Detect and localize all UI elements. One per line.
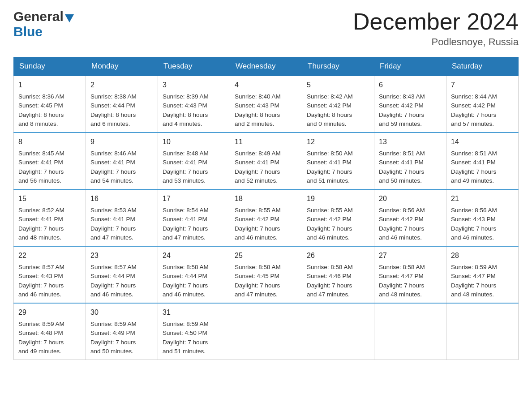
day-number: 12	[307, 137, 369, 147]
table-row	[302, 303, 374, 360]
daylight-minutes: and 6 minutes.	[90, 120, 130, 127]
sunset-text: Sunset: 4:41 PM	[18, 216, 63, 223]
day-number: 11	[235, 137, 297, 147]
table-row: 15 Sunrise: 8:52 AM Sunset: 4:41 PM Dayl…	[14, 189, 86, 246]
daylight-minutes: and 47 minutes.	[90, 234, 133, 241]
sunrise-text: Sunrise: 8:59 AM	[18, 321, 64, 327]
daylight-text: Daylight: 7 hours	[451, 111, 496, 118]
day-number: 31	[163, 307, 225, 318]
sunset-text: Sunset: 4:48 PM	[18, 330, 63, 336]
daylight-minutes: and 51 minutes.	[307, 177, 350, 184]
calendar-week-row: 15 Sunrise: 8:52 AM Sunset: 4:41 PM Dayl…	[14, 189, 519, 246]
daylight-text: Daylight: 7 hours	[18, 282, 64, 289]
sunset-text: Sunset: 4:41 PM	[18, 159, 63, 166]
day-number: 21	[451, 193, 514, 204]
daylight-text: Daylight: 8 hours	[307, 111, 352, 118]
sunrise-text: Sunrise: 8:40 AM	[235, 93, 281, 100]
daylight-text: Daylight: 7 hours	[90, 282, 136, 289]
sunrise-text: Sunrise: 8:55 AM	[235, 207, 281, 214]
calendar-week-row: 22 Sunrise: 8:57 AM Sunset: 4:43 PM Dayl…	[14, 246, 519, 303]
table-row: 21 Sunrise: 8:56 AM Sunset: 4:43 PM Dayl…	[446, 189, 519, 246]
daylight-text: Daylight: 8 hours	[163, 111, 208, 118]
daylight-text: Daylight: 7 hours	[235, 168, 280, 175]
sunrise-text: Sunrise: 8:39 AM	[163, 93, 209, 100]
day-number: 28	[451, 250, 514, 261]
daylight-text: Daylight: 8 hours	[18, 111, 64, 118]
title-section: December 2024 Podlesnoye, Russia	[353, 9, 519, 48]
sunrise-text: Sunrise: 8:56 AM	[451, 207, 497, 214]
table-row: 9 Sunrise: 8:46 AM Sunset: 4:41 PM Dayli…	[86, 133, 158, 189]
day-number: 26	[307, 250, 369, 261]
calendar-week-row: 29 Sunrise: 8:59 AM Sunset: 4:48 PM Dayl…	[14, 303, 519, 360]
daylight-minutes: and 46 minutes.	[307, 234, 350, 241]
daylight-minutes: and 48 minutes.	[18, 234, 61, 241]
daylight-text: Daylight: 7 hours	[379, 111, 424, 118]
day-number: 8	[18, 137, 81, 147]
daylight-minutes: and 46 minutes.	[18, 291, 61, 298]
daylight-text: Daylight: 7 hours	[90, 168, 136, 175]
sunset-text: Sunset: 4:47 PM	[451, 273, 496, 279]
daylight-minutes: and 53 minutes.	[163, 177, 206, 184]
sunset-text: Sunset: 4:42 PM	[235, 216, 279, 223]
day-number: 17	[163, 193, 225, 204]
sunset-text: Sunset: 4:42 PM	[379, 216, 424, 223]
logo-blue-text: Blue	[13, 24, 43, 39]
day-number: 18	[235, 193, 297, 204]
table-row: 7 Sunrise: 8:44 AM Sunset: 4:42 PM Dayli…	[446, 76, 519, 133]
sunrise-text: Sunrise: 8:58 AM	[235, 264, 281, 270]
table-row: 16 Sunrise: 8:53 AM Sunset: 4:41 PM Dayl…	[86, 189, 158, 246]
table-row: 6 Sunrise: 8:43 AM Sunset: 4:42 PM Dayli…	[374, 76, 446, 133]
sunrise-text: Sunrise: 8:52 AM	[18, 207, 64, 214]
daylight-text: Daylight: 7 hours	[18, 339, 64, 346]
daylight-minutes: and 48 minutes.	[379, 291, 422, 298]
daylight-minutes: and 46 minutes.	[163, 291, 206, 298]
calendar-subtitle: Podlesnoye, Russia	[353, 36, 519, 48]
daylight-text: Daylight: 7 hours	[451, 168, 496, 175]
daylight-text: Daylight: 7 hours	[379, 225, 424, 232]
day-number: 30	[90, 307, 153, 318]
day-number: 29	[18, 307, 81, 318]
calendar-table: Sunday Monday Tuesday Wednesday Thursday…	[13, 57, 519, 360]
sunrise-text: Sunrise: 8:53 AM	[90, 207, 137, 214]
table-row: 27 Sunrise: 8:58 AM Sunset: 4:47 PM Dayl…	[374, 246, 446, 303]
table-row: 2 Sunrise: 8:38 AM Sunset: 4:44 PM Dayli…	[86, 76, 158, 133]
daylight-text: Daylight: 7 hours	[163, 339, 208, 346]
table-row: 26 Sunrise: 8:58 AM Sunset: 4:46 PM Dayl…	[302, 246, 374, 303]
sunset-text: Sunset: 4:43 PM	[451, 216, 496, 223]
daylight-minutes: and 47 minutes.	[163, 234, 206, 241]
sunset-text: Sunset: 4:42 PM	[307, 102, 352, 109]
sunset-text: Sunset: 4:41 PM	[90, 216, 135, 223]
daylight-text: Daylight: 7 hours	[379, 282, 424, 289]
day-number: 19	[307, 193, 369, 204]
daylight-text: Daylight: 7 hours	[379, 168, 424, 175]
table-row: 30 Sunrise: 8:59 AM Sunset: 4:49 PM Dayl…	[86, 303, 158, 360]
sunrise-text: Sunrise: 8:42 AM	[307, 93, 353, 100]
table-row: 4 Sunrise: 8:40 AM Sunset: 4:43 PM Dayli…	[230, 76, 302, 133]
daylight-minutes: and 56 minutes.	[18, 177, 61, 184]
sunrise-text: Sunrise: 8:44 AM	[451, 93, 497, 100]
sunrise-text: Sunrise: 8:36 AM	[18, 93, 64, 100]
table-row: 5 Sunrise: 8:42 AM Sunset: 4:42 PM Dayli…	[302, 76, 374, 133]
logo-triangle-icon	[65, 14, 74, 22]
daylight-text: Daylight: 7 hours	[163, 282, 208, 289]
daylight-minutes: and 49 minutes.	[18, 348, 61, 355]
table-row: 1 Sunrise: 8:36 AM Sunset: 4:45 PM Dayli…	[14, 76, 86, 133]
day-number: 6	[379, 80, 442, 90]
table-row: 11 Sunrise: 8:49 AM Sunset: 4:41 PM Dayl…	[230, 133, 302, 189]
sunset-text: Sunset: 4:41 PM	[235, 159, 279, 166]
col-tuesday: Tuesday	[158, 57, 230, 76]
daylight-text: Daylight: 7 hours	[235, 225, 280, 232]
sunrise-text: Sunrise: 8:59 AM	[90, 321, 137, 327]
page-header: General Blue December 2024 Podlesnoye, R…	[13, 9, 519, 48]
daylight-text: Daylight: 7 hours	[163, 225, 208, 232]
sunset-text: Sunset: 4:50 PM	[163, 330, 207, 336]
sunrise-text: Sunrise: 8:38 AM	[90, 93, 137, 100]
day-number: 23	[90, 250, 153, 261]
sunset-text: Sunset: 4:45 PM	[18, 102, 63, 109]
sunset-text: Sunset: 4:44 PM	[163, 273, 207, 279]
daylight-minutes: and 47 minutes.	[307, 291, 350, 298]
day-number: 5	[307, 80, 369, 90]
col-saturday: Saturday	[446, 57, 519, 76]
daylight-text: Daylight: 7 hours	[307, 168, 352, 175]
day-number: 27	[379, 250, 442, 261]
